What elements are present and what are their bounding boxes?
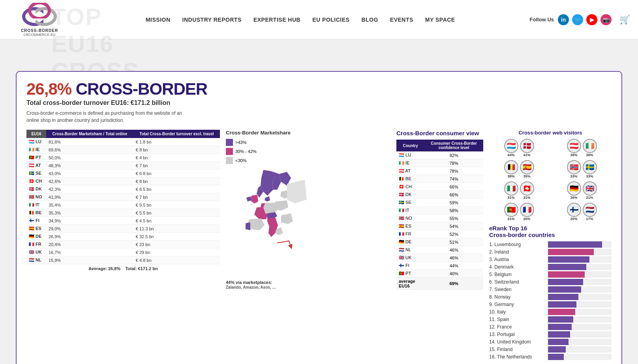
logo-sub: CBCOMMERCE.EU <box>23 33 55 37</box>
erank-bar-bg <box>548 286 612 293</box>
visitor-pair: 🇮🇹 31% 🇨🇭 31% <box>489 181 549 200</box>
col-turnover: Total Cross-Border turnover excl. travel <box>133 130 220 138</box>
erank-item-label: 2. Ireland <box>489 249 546 255</box>
social-icons: in 🐦 ▶ 📷 <box>558 14 612 25</box>
erank-bar-bg <box>548 339 612 345</box>
legend-label-dark: >43% <box>235 140 246 145</box>
consumer-row: 🇨🇭 CH66% <box>396 183 483 191</box>
nav-industry-reports[interactable]: INDUSTRY REPORTS <box>182 17 242 23</box>
headline-label: CROSS-BORDER <box>71 80 207 98</box>
erank-bar-bg <box>548 264 612 270</box>
consumer-row: 🇪🇸 ES54% <box>396 222 483 230</box>
table-section: EU16 Cross-Border Marketshare / Total on… <box>26 130 220 360</box>
consumer-table: Country Consumer Cross-Border confidence… <box>396 140 483 290</box>
consumer-section: Cross-Border consumer view Country Consu… <box>396 130 483 360</box>
legend-label-light: <30% <box>235 158 246 163</box>
erank-bar-bg <box>548 354 612 360</box>
report-body: EU16 Cross-Border Marketshare / Total on… <box>26 130 612 360</box>
vflag-left: 🇫🇮 <box>567 203 581 217</box>
subtitle: Total cross-border turnover EU16: €171.2… <box>26 99 612 106</box>
nav-mission[interactable]: MISSION <box>146 17 171 23</box>
erank-item: 7. Sweden <box>489 286 612 293</box>
erank-item: 16. The Netherlands <box>489 354 612 360</box>
youtube-icon[interactable]: ▶ <box>586 14 597 25</box>
headline: 26,8% CROSS-BORDER <box>26 80 612 99</box>
erank-item-label: 12. France <box>489 324 546 330</box>
consumer-row: 🇸🇪 SE59% <box>396 199 483 207</box>
consumer-row: 🇦🇹 AT78% <box>396 167 483 175</box>
table-row: 🇳🇴 NO41,9%€ 7 bn <box>26 193 220 201</box>
erank-item: 11. Spain <box>489 316 612 323</box>
erank-item-label: 13. Portugal <box>489 332 546 337</box>
consumer-title: Cross-Border consumer view <box>396 130 483 136</box>
follow-us-label: Follow Us <box>530 17 554 22</box>
erank-section: eRank Top 16 Cross-border countries 1. L… <box>489 225 612 360</box>
nav-my-space[interactable]: MY SPACE <box>425 17 455 23</box>
instagram-icon[interactable]: 📷 <box>600 14 612 25</box>
erank-bar-bg <box>548 249 612 255</box>
erank-bar <box>548 324 572 330</box>
cart-icon[interactable]: 🛒 <box>619 15 630 25</box>
erank-bar-bg <box>548 331 612 338</box>
erank-item-label: 5. Belgium <box>489 272 546 277</box>
erank-item: 12. France <box>489 324 612 330</box>
linkedin-icon[interactable]: in <box>558 14 569 25</box>
legend-color-dark <box>226 139 233 146</box>
nav-expertise-hub[interactable]: EXPERTISE HUB <box>253 17 300 23</box>
vflag-right: 🇬🇧 <box>583 181 597 196</box>
erank-bar-bg <box>548 309 612 315</box>
table-row: 🇱🇺 LU81,8%€ 1.8 bn <box>26 138 220 146</box>
erank-item-label: 11. Spain <box>489 317 546 322</box>
vflag-left: 🇳🇴 <box>567 160 581 174</box>
europe-map <box>226 168 309 274</box>
marketplace-pct: 44% via marketplaces: <box>226 280 272 285</box>
visitor-pair: 🇳🇴 33% 🇸🇪 33% <box>552 160 612 178</box>
vflag-left: 🇱🇺 <box>504 139 518 153</box>
logo[interactable]: CROSS-BORDER CBCOMMERCE.EU <box>8 3 71 37</box>
consumer-row: 🇳🇴 NO55% <box>396 215 483 222</box>
consumer-row: 🇧🇪 BE74% <box>396 175 483 183</box>
consumer-avg-row: average EU1669% <box>396 278 483 290</box>
erank-bar <box>548 316 573 323</box>
visitor-pair: 🇱🇺 44% 🇩🇰 41% <box>489 139 549 157</box>
vflag-left: 🇧🇪 <box>504 160 518 174</box>
erank-bar-bg <box>548 316 612 323</box>
erank-bar <box>548 286 581 293</box>
legend-label-mid: 30% - 42% <box>235 149 257 154</box>
table-row: 🇪🇸 ES29,0%€ 11.3 bn <box>26 225 220 233</box>
erank-item: 4. Denmark <box>489 264 612 270</box>
table-row: 🇳🇱 NL15,9%€ 4.8 bn <box>26 256 220 264</box>
table-footer: Average: 26,8% Total: €171.2 bn <box>26 266 220 271</box>
map-title: Cross-Border Marketshare <box>226 130 390 136</box>
twitter-icon[interactable]: 🐦 <box>572 14 583 25</box>
consumer-row: 🇫🇷 FR52% <box>396 230 483 238</box>
erank-bar <box>548 354 564 360</box>
main-nav: MISSION INDUSTRY REPORTS EXPERTISE HUB E… <box>71 17 530 23</box>
erank-bar <box>548 339 569 345</box>
avg-label: Average: 26,8% <box>88 266 120 271</box>
col-confidence: Consumer Cross-Border confidence level <box>424 140 483 151</box>
nav-eu-policies[interactable]: EU POLICIES <box>312 17 349 23</box>
vflag-right: 🇳🇱 <box>583 203 597 217</box>
erank-bar-bg <box>548 301 612 308</box>
erank-bar-bg <box>548 279 612 285</box>
erank-bar-bg <box>548 256 612 263</box>
erank-bar-bg <box>548 346 612 353</box>
erank-item: 9. Germany <box>489 301 612 308</box>
erank-bar <box>548 264 586 270</box>
table-row: 🇬🇧 UK16,7%€ 29 bn <box>26 248 220 256</box>
table-row: 🇨🇭 CH42,6%€ 8 bn <box>26 177 220 185</box>
consumer-row: 🇱🇺 LU82% <box>396 151 483 159</box>
total-label: Total: €171.2 bn <box>125 266 158 271</box>
erank-bar <box>548 271 585 278</box>
erank-bar-bg <box>548 271 612 278</box>
visitor-pair: 🇩🇪 26% 🇬🇧 21% <box>552 181 612 200</box>
erank-bar <box>548 346 566 353</box>
table-row: 🇵🇹 PT50,0%€ 4 bn <box>26 154 220 162</box>
nav-blog[interactable]: BLOG <box>361 17 378 23</box>
nav-events[interactable]: EVENTS <box>390 17 413 23</box>
table-row: 🇩🇪 DE26,9%€ 32.5 bn <box>26 233 220 241</box>
erank-item-label: 10. Italy <box>489 309 546 315</box>
legend: >43% 30% - 42% <30% <box>226 139 390 164</box>
erank-bar <box>548 294 578 300</box>
